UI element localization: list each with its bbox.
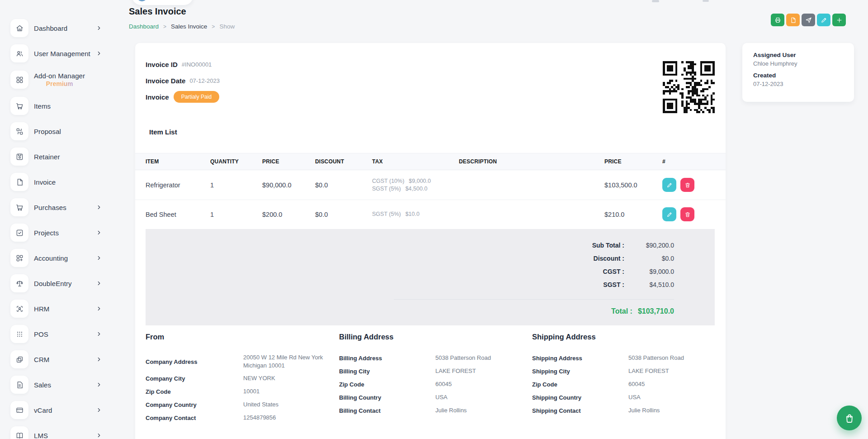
- home-icon: [10, 19, 28, 37]
- sidebar-item-sales[interactable]: Sales: [0, 372, 105, 397]
- chevron-right-icon: [96, 255, 102, 261]
- table-row: Refrigerator 1 $90,000.0 $0.0 CGST (10%)…: [135, 170, 726, 200]
- sidebar-item-retainer[interactable]: Retainer: [0, 144, 105, 169]
- cell-actions: [652, 200, 726, 229]
- row-delete-button[interactable]: [680, 178, 694, 192]
- assigned-user-panel: Assigned User Chloe Humphrey Created 07-…: [742, 43, 854, 102]
- invoice-id-value: #INO00001: [182, 61, 212, 68]
- sidebar-item-label: Sales: [34, 381, 51, 389]
- file-icon: [10, 173, 28, 191]
- partial-header-widget: [132, 0, 193, 5]
- file-icon: [790, 17, 797, 24]
- table-header-row: ITEM QUANTITY PRICE DISCOUNT TAX DESCRIP…: [135, 153, 726, 170]
- sidebar-item-label: Retainer: [34, 153, 60, 161]
- sidebar-item-purchases[interactable]: Purchases: [0, 195, 105, 220]
- trash-icon: [684, 182, 691, 188]
- sidebar-item-user-management[interactable]: User Management: [0, 41, 105, 66]
- edit-button[interactable]: [817, 14, 830, 26]
- sidebar-item-label: Purchases: [34, 204, 66, 211]
- chevron-right-icon: [96, 407, 102, 413]
- cell-discount: $0.0: [305, 200, 362, 229]
- book-icon: [10, 426, 28, 439]
- cell-item: Refrigerator: [135, 170, 200, 200]
- sidebar-item-pos[interactable]: POS: [0, 321, 105, 347]
- sidebar-item-items[interactable]: Items: [0, 93, 105, 119]
- sidebar-item-label: POS: [34, 330, 48, 338]
- sidebar-item-doubleentry[interactable]: DoubleEntry: [0, 271, 105, 296]
- pencil-icon: [821, 17, 827, 24]
- sidebar-item-label: Items: [34, 102, 51, 110]
- sidebar-item-proposal[interactable]: Proposal: [0, 119, 105, 144]
- cart-floating-button[interactable]: [837, 406, 862, 430]
- add-button[interactable]: [832, 14, 846, 26]
- col-total-price: PRICE: [594, 153, 652, 170]
- sidebar-item-lms[interactable]: LMS: [0, 423, 105, 439]
- totals-divider: [394, 299, 674, 300]
- sidebar-item-label: Invoice: [34, 178, 56, 186]
- document-button[interactable]: [786, 14, 800, 26]
- sidebar-item-label: Proposal: [34, 128, 61, 135]
- shopping-bag-icon: [844, 413, 855, 424]
- sidebar-item-vcard[interactable]: vCard: [0, 397, 105, 423]
- from-section: From Company Address20050 W 12 Mile Rd N…: [146, 333, 335, 426]
- chevron-right-icon: [96, 50, 102, 57]
- cart-icon: [10, 97, 28, 115]
- floppy-icon: [10, 148, 28, 166]
- sidebar-item-hrm[interactable]: HRM: [0, 296, 105, 321]
- breadcrumb-sales-invoice-link[interactable]: Sales Invoice: [171, 23, 207, 30]
- assigned-user-value: Chloe Humphrey: [753, 60, 843, 67]
- premium-badge: Premium: [46, 80, 73, 87]
- invoice-date-value: 07-12-2023: [189, 77, 220, 84]
- billing-title: Billing Address: [339, 333, 529, 341]
- col-item: ITEM: [135, 153, 200, 170]
- chevron-right-icon: [96, 305, 102, 312]
- sidebar-item-crm[interactable]: CRM: [0, 347, 105, 372]
- assigned-user-label: Assigned User: [753, 52, 843, 58]
- sidebar-item-invoice[interactable]: Invoice: [0, 169, 105, 195]
- invoice-status-label: Invoice: [146, 93, 169, 101]
- file-text-icon: [10, 376, 28, 394]
- sidebar-item-label: Add-on Manager: [34, 72, 85, 80]
- col-tax: TAX: [362, 153, 448, 170]
- cgst-value: $9,000.0: [624, 268, 674, 275]
- chevron-right-icon: [96, 382, 102, 388]
- credit-card-icon: [10, 401, 28, 419]
- cell-item: Bed Sheet: [135, 200, 200, 229]
- sgst-label: SGST :: [603, 281, 624, 288]
- page-title: Sales Invoice: [129, 6, 186, 17]
- breadcrumb-dashboard-link[interactable]: Dashboard: [129, 23, 159, 30]
- sidebar-item-dashboard[interactable]: Dashboard: [0, 15, 105, 41]
- sidebar: Dashboard User Management Add-on Manager…: [0, 15, 105, 439]
- item-list-title: Item List: [149, 128, 177, 136]
- sidebar-item-accounting[interactable]: Accounting: [0, 245, 105, 271]
- sidebar-item-projects[interactable]: Projects: [0, 220, 105, 245]
- scale-icon: [10, 274, 28, 292]
- print-button[interactable]: [771, 14, 784, 26]
- col-discount: DISCOUNT: [305, 153, 362, 170]
- send-button[interactable]: [802, 14, 815, 26]
- users-icon: [10, 44, 28, 62]
- sidebar-item-label: User Management: [34, 50, 90, 57]
- row-delete-button[interactable]: [680, 207, 694, 221]
- chevron-right-icon: [96, 229, 102, 236]
- sidebar-item-label: DoubleEntry: [34, 280, 72, 287]
- row-edit-button[interactable]: [662, 178, 676, 192]
- user-scan-icon: [10, 300, 28, 318]
- cell-actions: [652, 170, 726, 200]
- row-edit-button[interactable]: [662, 207, 676, 221]
- sidebar-item-label: Projects: [34, 229, 59, 237]
- chevron-right-icon: [96, 356, 102, 363]
- sidebar-item-label: HRM: [34, 305, 49, 313]
- discount-label: Discount :: [594, 255, 624, 262]
- cell-quantity: 1: [200, 200, 252, 229]
- item-table: ITEM QUANTITY PRICE DISCOUNT TAX DESCRIP…: [135, 153, 726, 229]
- chevron-right-icon: [96, 432, 102, 439]
- sidebar-item-addon-manager[interactable]: Add-on Manager Premium: [0, 66, 105, 93]
- check-square-icon: [10, 224, 28, 242]
- created-label: Created: [753, 72, 843, 79]
- paper-plane-icon: [805, 17, 812, 24]
- invoice-id-label: Invoice ID: [146, 61, 178, 68]
- cell-total: $210.0: [594, 200, 652, 229]
- table-row: Bed Sheet 1 $200.0 $0.0 SGST (5%)$10.0 $…: [135, 200, 726, 229]
- invoice-meta: Invoice ID #INO00001 Invoice Date 07-12-…: [146, 59, 220, 108]
